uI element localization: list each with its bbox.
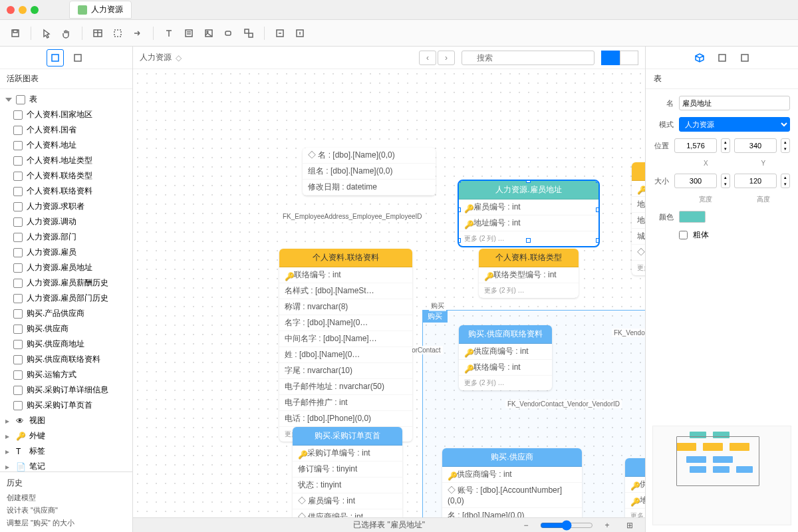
history-item[interactable]: 创建模型 — [0, 491, 132, 504]
resize-handle[interactable] — [459, 207, 461, 212]
height-stepper[interactable]: ▴▾ — [781, 174, 790, 188]
color-swatch[interactable] — [679, 211, 706, 223]
document-tab[interactable]: 人力资源 — [69, 1, 132, 19]
region-tool[interactable] — [109, 25, 126, 42]
pos-y-stepper[interactable]: ▴▾ — [781, 138, 790, 153]
nav-fwd[interactable]: › — [438, 51, 455, 65]
rp-tab-list[interactable] — [736, 49, 753, 66]
tree-item-table[interactable]: 人力资源.部门 — [0, 229, 132, 245]
tree-item-table[interactable]: 购买.供应商地址 — [0, 336, 132, 352]
tree-item-table[interactable]: 人力资源.调动 — [0, 214, 132, 229]
tree-item-table[interactable]: 个人资料.国家地区 — [0, 107, 132, 122]
pos-y-input[interactable] — [734, 138, 777, 153]
zoom-slider[interactable] — [540, 520, 593, 531]
tree-item-table[interactable]: 人力资源.雇员部门历史 — [0, 291, 132, 306]
rp-tab-cube[interactable] — [691, 49, 708, 66]
group-tool[interactable] — [240, 25, 257, 42]
tree-item-label: 人力资源.雇员 — [27, 247, 76, 258]
entity-e1[interactable]: 人力资源.雇员地址🔑 雇员编号 : int🔑 地址编号 : int更多 (2 列… — [459, 181, 598, 246]
minimap[interactable] — [652, 426, 791, 525]
table-tool[interactable] — [89, 25, 106, 42]
entity-more[interactable]: 更多 (3 列) … — [632, 261, 645, 275]
search-input[interactable] — [462, 51, 595, 65]
entity-header: 个人资料.地址 — [632, 162, 645, 181]
tree-item-table[interactable]: 购买.采购订单详细信息 — [0, 382, 132, 398]
width-stepper[interactable]: ▴▾ — [721, 174, 730, 188]
resize-handle[interactable] — [526, 181, 531, 183]
image-tool[interactable] — [200, 25, 217, 42]
entity-e3[interactable]: 个人资料.联络资料🔑 联络编号 : int 名样式 : [dbo].[NameS… — [279, 249, 412, 442]
tree-item-table[interactable]: 个人资料.地址 — [0, 138, 132, 153]
export-button-1[interactable] — [271, 25, 289, 42]
close-dot[interactable] — [7, 6, 15, 14]
width-input[interactable] — [674, 174, 717, 188]
history-item[interactable]: 调整层 "购买" 的大小 — [0, 517, 132, 529]
resize-handle[interactable] — [596, 238, 598, 243]
hand-tool[interactable] — [58, 25, 75, 42]
entity-e6[interactable]: 购买.采购订单页首🔑 采购订单编号 : int 修订编号 : tinyint 状… — [293, 427, 402, 517]
resize-handle[interactable] — [596, 207, 598, 212]
view-split-1[interactable] — [601, 51, 620, 65]
min-dot[interactable] — [19, 6, 27, 14]
tree-item-table[interactable]: 购买.供应商联络资料 — [0, 352, 132, 367]
entity-e7[interactable]: 购买.供应商🔑 供应商编号 : int◇ 账号 : [dbo].[Account… — [442, 448, 582, 517]
tree-item-table[interactable]: 个人资料.国省 — [0, 122, 132, 138]
resize-handle[interactable] — [526, 238, 531, 243]
zoom-out[interactable]: − — [517, 517, 535, 533]
pos-x-input[interactable] — [674, 138, 717, 153]
entity-e2[interactable]: 个人资料.地址🔑 地址编号 : int 地址 1 : nvarchar(… 地址… — [632, 162, 645, 275]
tree-item-table[interactable]: 购买.产品供应商 — [0, 306, 132, 321]
tree-item-table[interactable]: 购买.运输方式 — [0, 367, 132, 382]
link-tool[interactable] — [129, 25, 146, 42]
entity-more[interactable]: 更多 (2 列) … — [479, 283, 579, 298]
height-input[interactable] — [734, 174, 777, 188]
nav-back[interactable]: ‹ — [419, 51, 436, 65]
max-dot[interactable] — [31, 6, 39, 14]
entity-field: 地址 1 : nvarchar(… — [632, 197, 645, 213]
name-input[interactable] — [679, 96, 790, 110]
tree-item-table[interactable]: 人力资源.雇员薪酬历史 — [0, 275, 132, 291]
left-view-model[interactable] — [47, 49, 64, 66]
entity-e0[interactable]: ◇ 名 : [dbo].[Name](0,0) 组名 : [dbo].[Name… — [303, 148, 436, 196]
breadcrumb[interactable]: 人力资源 ◇ — [140, 52, 182, 63]
tree-item-table[interactable]: 个人资料.联络类型 — [0, 168, 132, 184]
rp-tab-img[interactable] — [714, 49, 731, 66]
tree-item-table[interactable]: 个人资料.地址类型 — [0, 153, 132, 168]
left-view-list[interactable] — [69, 49, 86, 66]
save-button[interactable] — [7, 25, 24, 42]
bold-checkbox[interactable] — [679, 231, 688, 239]
zoom-in[interactable]: + — [598, 517, 616, 533]
tree-item-table[interactable]: 购买.采购订单页首 — [0, 398, 132, 413]
tree-item-fk[interactable]: ▸🔑外键 — [0, 428, 132, 444]
canvas[interactable]: 购买 购买 FK_EmployeeAddress_Employee_Employ… — [133, 69, 645, 517]
entity-e5[interactable]: 购买.供应商联络资料🔑 供应商编号 : int🔑 联络编号 : int更多 (2… — [459, 325, 552, 390]
entity-e8[interactable]: 购买.供应商地址🔑 供应商编号 : int🔑 地址编号 : int更多 (2 列… — [625, 458, 645, 517]
table-icon — [13, 248, 23, 257]
export-button-2[interactable] — [291, 25, 309, 42]
entity-e4[interactable]: 个人资料.联络类型🔑 联络类型编号 : int更多 (2 列) … — [479, 249, 579, 298]
tree-item-label[interactable]: ▸T标签 — [0, 444, 132, 459]
tree-item-table[interactable]: 购买.供应商 — [0, 321, 132, 336]
tree-item-note[interactable]: ▸📄笔记 — [0, 459, 132, 471]
resize-handle[interactable] — [459, 181, 461, 183]
entity-header: 个人资料.联络类型 — [479, 249, 579, 267]
tree-item-table[interactable]: 个人资料.联络资料 — [0, 184, 132, 199]
tree-item-table[interactable]: 人力资源.雇员 — [0, 245, 132, 260]
zoom-fit[interactable]: ⊞ — [621, 517, 638, 533]
note-icon: 📄 — [16, 462, 25, 471]
resize-handle[interactable] — [596, 181, 598, 183]
entity-more[interactable]: 更多 (2 列) … — [459, 376, 552, 390]
note-tool[interactable] — [180, 25, 198, 42]
tree-root-tables[interactable]: 表 — [0, 92, 132, 107]
shape-tool[interactable] — [220, 25, 237, 42]
history-item[interactable]: 设计表 "供应商" — [0, 504, 132, 517]
view-split-2[interactable] — [620, 51, 638, 65]
text-tool[interactable] — [160, 25, 178, 42]
resize-handle[interactable] — [459, 238, 461, 243]
pointer-tool[interactable] — [38, 25, 55, 42]
tree-item-view[interactable]: ▸👁视图 — [0, 413, 132, 428]
tree-item-table[interactable]: 人力资源.雇员地址 — [0, 260, 132, 275]
pos-x-stepper[interactable]: ▴▾ — [721, 138, 730, 153]
tree-item-table[interactable]: 人力资源.求职者 — [0, 199, 132, 214]
schema-select[interactable]: 人力资源 — [679, 117, 790, 132]
